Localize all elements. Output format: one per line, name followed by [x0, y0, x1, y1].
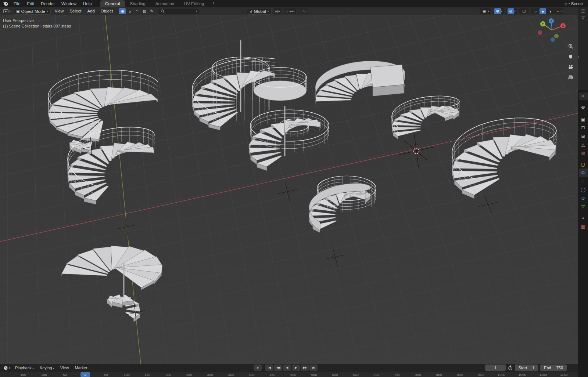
tab-data[interactable]: ▽ [579, 202, 588, 211]
workspace-tab-uv-editing[interactable]: UV Editing [179, 0, 209, 7]
viewport-header: ▾ ▣ Object Mode ▾ ViewSelectAddObject ▣◕… [0, 7, 578, 15]
ruler-frame-number: 700 [374, 373, 380, 377]
jump-to-start-button[interactable]: |◀ [265, 365, 273, 371]
workspace-tab-animation[interactable]: Animation [151, 0, 179, 7]
shading-sphere-icon[interactable]: ◕ [126, 8, 133, 14]
object-visibility-button[interactable]: ◉▾ [480, 8, 491, 14]
tab-world[interactable]: ◍ [579, 149, 588, 157]
outliner-filter-icon[interactable]: ▽ [581, 15, 584, 20]
menu-window[interactable]: Window [58, 0, 80, 7]
blender-logo-icon[interactable] [2, 1, 9, 7]
tab-tool[interactable]: ⚒ [579, 104, 588, 112]
ruler-frame-number: 950 [478, 373, 484, 377]
timeline-editor-type-button[interactable]: ▾ [1, 364, 12, 372]
tab-physics[interactable]: ◯ [579, 185, 588, 194]
end-frame-field[interactable]: End 750 [540, 365, 567, 371]
outliner-tree-icon[interactable]: ☰ [581, 9, 585, 14]
shading-material-icon[interactable]: ◑ [547, 8, 553, 14]
overlays-button[interactable]: ⊚▾ [506, 8, 517, 14]
add-workspace-button[interactable]: + [209, 0, 218, 7]
viewport-menu-object[interactable]: Object [98, 7, 116, 15]
viewport-text-overlay: User Perspective (1) Scene Collection | … [3, 18, 71, 29]
object-origin-marker [326, 248, 345, 266]
figures-icon[interactable]: ∵ [134, 8, 140, 14]
object-mode-icon: ▣ [16, 9, 19, 13]
properties-tab-column: ≡⚒▣⊟⊞△◍▢⚙∴◯⊙▽◕▦ [578, 90, 588, 377]
start-label: Start [519, 366, 527, 370]
zoom-button[interactable] [567, 42, 575, 50]
pivot-selector[interactable]: ◎ ▾ [274, 8, 282, 14]
viewport-3d[interactable]: ZYX User Perspective (1) Scene Collectio… [0, 15, 578, 364]
orientation-label: Global [254, 9, 266, 14]
object-visibility-icon: ◉ [481, 8, 488, 14]
stairs-bottom-left-fan [62, 246, 162, 290]
transport-buttons: |◀◀◀◀▶▶▶▶| [265, 365, 318, 371]
jump-to-end-button[interactable]: ▶| [309, 365, 318, 371]
timeline-menu-marker[interactable]: Marker [72, 364, 90, 372]
globe-icon[interactable]: ◍ [141, 8, 148, 14]
viewport-menu-select[interactable]: Select [67, 7, 84, 15]
gizmos-button[interactable]: ⊕▾ [493, 8, 504, 14]
shading-rendered-icon[interactable]: ◔ [554, 8, 561, 14]
timeline-ruler[interactable]: -150-100-5050100150200250300350400450500… [0, 372, 578, 377]
perspective-toggle-button[interactable] [567, 73, 575, 81]
ruler-frame-number: 1150 [560, 373, 567, 377]
stopwatch-icon[interactable] [508, 365, 513, 370]
tab-material[interactable]: ◕ [579, 214, 588, 222]
mode-selector[interactable]: ▣ Object Mode ▾ [14, 8, 51, 15]
menu-help[interactable]: Help [80, 0, 95, 7]
shading-solid-icon[interactable]: ● [539, 8, 546, 14]
current-frame-field[interactable]: 1 [485, 365, 506, 371]
menu-edit[interactable]: Edit [24, 0, 38, 7]
proportional-editing-controls[interactable]: ◦ ∿ ▾ [298, 8, 308, 14]
editor-type-button[interactable]: ▾ [1, 7, 12, 15]
timeline-menu-view[interactable]: View [57, 364, 72, 372]
playhead-badge[interactable]: 1 [80, 372, 90, 377]
shading-mode-group: ○●◑◔▾ [531, 8, 563, 14]
tab-scene[interactable]: △ [579, 140, 588, 149]
ruler-frame-number: 450 [269, 373, 275, 377]
shading-wireframe-icon[interactable]: ○ [532, 8, 539, 14]
next-keyframe-button[interactable]: ▶▶ [301, 365, 309, 371]
ruler-frame-number: 650 [353, 373, 359, 377]
tab-texture[interactable]: ▦ [579, 222, 588, 231]
menu-render[interactable]: Render [37, 0, 58, 7]
workspace-tab-shading[interactable]: Shading [125, 0, 150, 7]
tab-render[interactable]: ▣ [579, 115, 588, 123]
prev-keyframe-button[interactable]: ◀◀ [274, 365, 282, 371]
xray-button[interactable]: ⊡ [519, 8, 529, 14]
orientation-selector[interactable]: ⊿ Global ▾ [247, 8, 272, 15]
viewport-menu-view[interactable]: View [52, 7, 67, 15]
select-box-icon[interactable]: ▣ [119, 8, 126, 14]
timeline-menu-keying[interactable]: Keying ▾ [37, 364, 57, 372]
timeline-menu-playback[interactable]: Playback ▾ [12, 364, 37, 372]
orientation-icon: ⊿ [249, 9, 252, 13]
ruler-frame-number: 900 [457, 373, 463, 377]
chevron-down-icon: ▾ [196, 10, 197, 13]
start-frame-field[interactable]: Start 1 [515, 365, 538, 371]
workspace-tab-general[interactable]: General [100, 0, 125, 7]
snap-magnet-icon: ∩ [285, 9, 288, 13]
viewport-menu-add[interactable]: Add [84, 7, 97, 15]
tab-particles[interactable]: ∴ [579, 177, 588, 185]
region-collapse-icon[interactable]: ‹ [578, 54, 579, 59]
play-reverse-button[interactable]: ◀ [283, 365, 291, 371]
chevron-down-icon: ▾ [47, 10, 48, 13]
auto-key-record-button[interactable]: ● [254, 365, 262, 371]
tab-view-layer[interactable]: ⊞ [579, 132, 588, 140]
paint-bucket-icon[interactable]: ✎ [148, 8, 155, 14]
scene-selector[interactable]: ◇ ▾ Scene [564, 0, 588, 7]
tab-modifiers[interactable]: ⚙ [579, 168, 588, 177]
tab-constraints[interactable]: ⊙ [579, 194, 588, 202]
perspective-toggle-icon [568, 74, 574, 80]
tab-output[interactable]: ⊟ [579, 123, 588, 132]
tab-object[interactable]: ▢ [579, 160, 588, 168]
search-input[interactable]: ▾ [158, 8, 200, 14]
play-button[interactable]: ▶ [292, 365, 300, 371]
menu-file[interactable]: File [10, 0, 24, 7]
properties-editor-icon[interactable]: ≡ [579, 93, 588, 100]
chevron-down-icon: ▾ [501, 10, 502, 13]
camera-view-button[interactable] [567, 63, 575, 71]
move-hand-button[interactable] [567, 52, 575, 61]
snapping-controls[interactable]: ∩ ⊷ ▾ [284, 8, 296, 14]
